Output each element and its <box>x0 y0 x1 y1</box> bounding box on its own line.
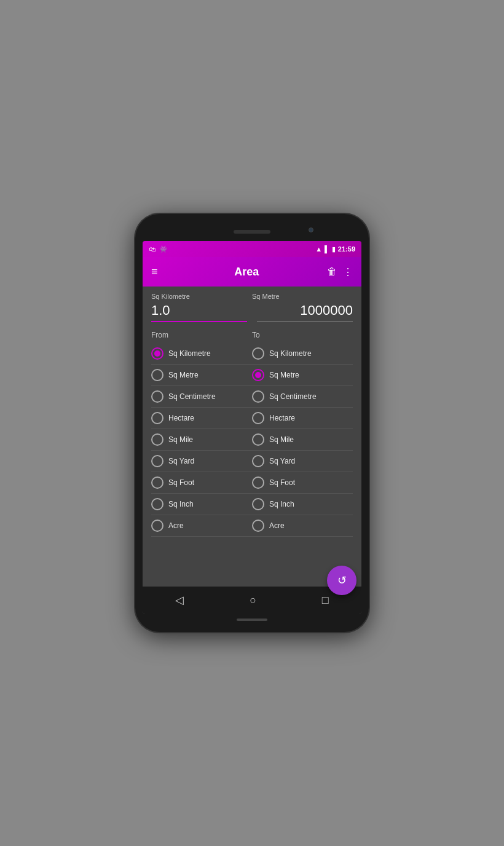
app-bar: ≡ Area 🗑 ⋮ <box>143 257 361 287</box>
from-sq-kilometre[interactable]: Sq Kilometre <box>151 347 252 360</box>
to-sq-metre-label: Sq Metre <box>269 371 299 379</box>
from-sq-metre-label: Sq Metre <box>168 371 199 379</box>
to-value[interactable]: 1000000 <box>257 302 353 322</box>
to-sq-centimetre[interactable]: Sq Centimetre <box>252 390 353 403</box>
from-sq-centimetre-label: Sq Centimetre <box>168 392 216 401</box>
to-acre-label: Acre <box>269 521 285 530</box>
from-sq-metre[interactable]: Sq Metre <box>151 369 252 381</box>
phone-top-bar <box>143 225 361 239</box>
unit-row-sq-mile: Sq Mile Sq Mile <box>151 429 353 451</box>
to-sq-inch-radio[interactable] <box>252 498 264 510</box>
unit-row-sq-metre: Sq Metre Sq Metre <box>151 365 353 386</box>
to-sq-foot-radio[interactable] <box>252 476 264 489</box>
phone-screen: 🛍 👾 ▲ ▌ ▮ 21:59 ≡ Area 🗑 ⋮ S <box>143 241 361 614</box>
to-sq-inch[interactable]: Sq Inch <box>252 498 353 510</box>
from-sq-metre-radio[interactable] <box>151 369 163 381</box>
to-sq-yard-radio[interactable] <box>252 455 264 467</box>
to-sq-yard-label: Sq Yard <box>269 457 295 465</box>
from-sq-centimetre-radio[interactable] <box>151 390 163 403</box>
status-left-icons: 🛍 👾 <box>149 245 168 253</box>
to-sq-metre[interactable]: Sq Metre <box>252 369 353 381</box>
from-unit-label: Sq Kilometre <box>151 293 252 300</box>
to-sq-kilometre-radio[interactable] <box>252 347 264 360</box>
wifi-icon: ▲ <box>315 245 322 253</box>
to-sq-kilometre-label: Sq Kilometre <box>269 349 312 358</box>
from-acre-label: Acre <box>168 521 184 530</box>
from-input-group: Sq Kilometre 1.0 <box>151 293 252 322</box>
unit-row-acre: Acre Acre <box>151 515 353 537</box>
to-sq-metre-radio[interactable] <box>252 369 264 381</box>
alien-icon: 👾 <box>159 245 168 253</box>
status-bar: 🛍 👾 ▲ ▌ ▮ 21:59 <box>143 241 361 257</box>
from-sq-centimetre[interactable]: Sq Centimetre <box>151 390 252 403</box>
from-sq-yard-radio[interactable] <box>151 455 163 467</box>
to-sq-metre-dot <box>255 372 261 378</box>
from-to-section: From To <box>143 326 361 343</box>
phone-device: 🛍 👾 ▲ ▌ ▮ 21:59 ≡ Area 🗑 ⋮ S <box>135 214 369 632</box>
swap-icon: ↺ <box>337 574 347 587</box>
from-hectare-radio[interactable] <box>151 412 163 424</box>
home-bar <box>237 619 267 621</box>
from-sq-foot[interactable]: Sq Foot <box>151 476 252 489</box>
to-acre-radio[interactable] <box>252 520 264 532</box>
to-sq-kilometre[interactable]: Sq Kilometre <box>252 347 353 360</box>
to-hectare-label: Hectare <box>269 414 295 422</box>
menu-icon[interactable]: ≡ <box>151 266 158 279</box>
from-sq-foot-label: Sq Foot <box>168 478 194 487</box>
delete-icon[interactable]: 🗑 <box>327 266 337 277</box>
to-unit-label: Sq Metre <box>252 293 353 300</box>
app-bar-actions: 🗑 ⋮ <box>327 266 353 278</box>
from-acre-radio[interactable] <box>151 520 163 532</box>
from-acre[interactable]: Acre <box>151 520 252 532</box>
from-hectare[interactable]: Hectare <box>151 412 252 424</box>
status-time: 21:59 <box>338 245 355 253</box>
to-sq-mile-label: Sq Mile <box>269 435 294 444</box>
speaker-grill <box>234 230 270 234</box>
to-input-group: Sq Metre 1000000 <box>252 293 353 322</box>
back-button[interactable]: ◁ <box>165 588 194 612</box>
status-right-icons: ▲ ▌ ▮ 21:59 <box>315 245 355 253</box>
from-sq-inch-radio[interactable] <box>151 498 163 510</box>
home-button[interactable]: ○ <box>240 589 266 612</box>
more-icon[interactable]: ⋮ <box>343 266 353 278</box>
front-camera <box>309 227 313 232</box>
from-sq-kilometre-radio[interactable] <box>151 347 163 360</box>
from-sq-mile-label: Sq Mile <box>168 435 193 444</box>
to-sq-mile-radio[interactable] <box>252 433 264 446</box>
to-sq-foot-label: Sq Foot <box>269 478 295 487</box>
to-acre[interactable]: Acre <box>252 520 353 532</box>
from-sq-mile[interactable]: Sq Mile <box>151 433 252 446</box>
to-sq-mile[interactable]: Sq Mile <box>252 433 353 446</box>
to-sq-yard[interactable]: Sq Yard <box>252 455 353 467</box>
swap-fab[interactable]: ↺ <box>327 566 356 595</box>
unit-row-sq-foot: Sq Foot Sq Foot <box>151 472 353 494</box>
to-sq-foot[interactable]: Sq Foot <box>252 476 353 489</box>
to-hectare[interactable]: Hectare <box>252 412 353 424</box>
bottom-nav: ◁ ○ □ <box>143 587 361 614</box>
from-label: From <box>151 331 252 343</box>
unit-row-sq-yard: Sq Yard Sq Yard <box>151 451 353 472</box>
from-value[interactable]: 1.0 <box>151 302 247 322</box>
from-sq-kilometre-label: Sq Kilometre <box>168 349 211 358</box>
from-sq-inch-label: Sq Inch <box>168 500 194 508</box>
to-sq-inch-label: Sq Inch <box>269 500 294 508</box>
unit-row-sq-centimetre: Sq Centimetre Sq Centimetre <box>151 386 353 408</box>
from-sq-yard-label: Sq Yard <box>168 457 194 465</box>
bag-icon: 🛍 <box>149 245 156 253</box>
from-hectare-label: Hectare <box>168 414 194 422</box>
from-sq-yard[interactable]: Sq Yard <box>151 455 252 467</box>
to-hectare-radio[interactable] <box>252 412 264 424</box>
unit-row-hectare: Hectare Hectare <box>151 408 353 429</box>
input-section: Sq Kilometre 1.0 Sq Metre 1000000 <box>143 287 361 326</box>
to-sq-centimetre-radio[interactable] <box>252 390 264 403</box>
from-sq-mile-radio[interactable] <box>151 433 163 446</box>
to-label: To <box>252 331 353 343</box>
from-sq-inch[interactable]: Sq Inch <box>151 498 252 510</box>
unit-list: Sq Kilometre Sq Kilometre Sq Metre <box>143 343 361 537</box>
phone-bottom <box>143 619 361 621</box>
from-sq-foot-radio[interactable] <box>151 476 163 489</box>
battery-icon: ▮ <box>332 245 336 253</box>
from-sq-kilometre-dot <box>154 350 160 357</box>
unit-row-sq-inch: Sq Inch Sq Inch <box>151 494 353 515</box>
signal-icon: ▌ <box>325 245 329 253</box>
